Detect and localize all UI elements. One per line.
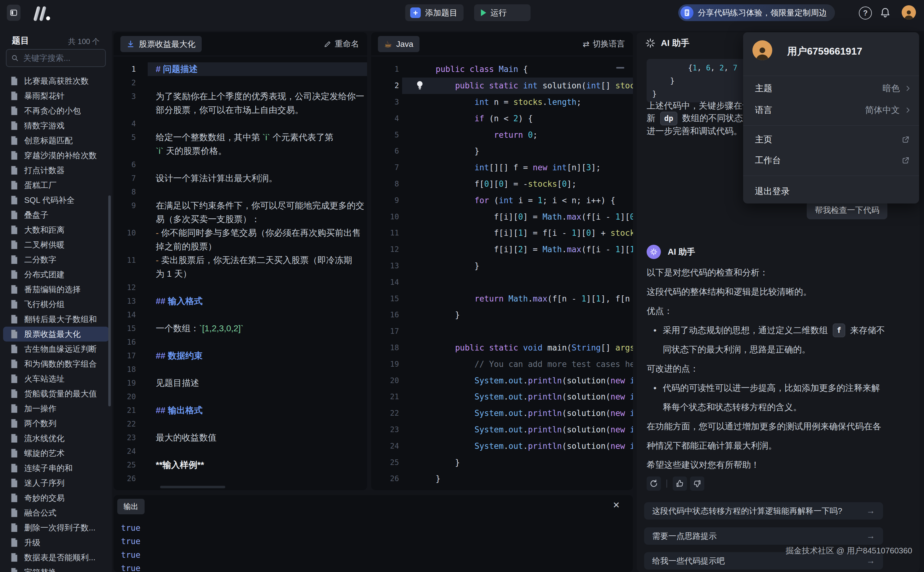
line-content: f[0][0] = -stocks[0]; [402,176,633,192]
suggestion-chip[interactable]: 这段代码中状态转移方程的计算逻辑能再解释一下吗?→ [644,502,883,519]
thumbs-down-button[interactable] [690,476,704,491]
problem-editor[interactable]: 1# 问题描述23为了奖励你在上个季度的优秀表现，公司决定发给你一部分股票，你可… [114,56,367,490]
thumbs-up-button[interactable] [673,476,687,491]
language-tab[interactable]: ☕ Java [378,36,420,52]
switch-language-label: 切换语言 [593,39,625,49]
sidebar-item[interactable]: 比赛最高获胜次数 [0,73,112,89]
search-box[interactable] [6,49,106,67]
sidebar-item[interactable]: 不再贪心的小包 [0,103,112,118]
line-content: // You can add more test cases here [402,356,633,372]
sidebar-item-label: 创意标题匹配 [24,135,73,146]
close-icon[interactable]: ✕ [613,500,620,510]
sidebar-item[interactable]: 数据表是否能顺利... [0,550,112,565]
sidebar-item[interactable]: 删除一次得到子数... [0,520,112,535]
line-content: for (int i = 1; i < n; i++) { [402,192,633,208]
sidebar-item[interactable]: 猜数字游戏 [0,118,112,133]
rename-button[interactable]: 重命名 [324,39,359,49]
user-avatar[interactable] [902,5,916,20]
sidebar-item[interactable]: 货船载货量的最大值 [0,386,112,401]
home-menu-item[interactable]: 主页 [743,130,919,149]
line-content: 为了奖励你在上个季度的优秀表现，公司决定发给你一 [148,90,367,103]
sidebar-item[interactable]: 股票收益最大化 [3,326,109,342]
sidebar-item[interactable]: 宝箱替换 [0,565,112,572]
line-content: f[i][2] = Math.max(f[i - 1][1], [402,241,633,258]
sidebar-item[interactable]: 两个数列 [0,416,112,431]
line-content: } [402,471,633,487]
lightbulb-icon[interactable] [415,80,425,92]
sidebar-item[interactable]: SQL 代码补全 [0,193,112,208]
sidebar-item[interactable]: 蛋糕工厂 [0,178,112,193]
text-token: ## [156,296,168,306]
line-content: 在满足以下约束条件下，你可以尽可能地完成更多的交 [148,199,367,213]
text-token [436,343,455,352]
sidebar-item[interactable]: 飞行棋分组 [0,297,112,312]
line-number: 12 [371,245,399,254]
sidebar-item[interactable]: 奇妙的交易 [0,490,112,505]
code-line: 24 System.out.println(solution(new int[ [371,438,633,454]
text-token: 1 [615,212,620,221]
problem-tab[interactable]: 股票收益最大化 [120,36,202,52]
sidebar-item[interactable]: 二分数字 [0,252,112,267]
sidebar-item[interactable]: 翻转后最大子数组和 [0,312,112,326]
sidebar-item[interactable]: 分布式团建 [0,267,112,282]
regenerate-button[interactable] [647,476,661,491]
line-number: 14 [114,311,136,319]
sidebar-item[interactable]: 大数和距离 [0,222,112,237]
sidebar-item[interactable]: 二叉树供暖 [0,237,112,252]
search-input[interactable] [23,53,101,63]
sidebar-item[interactable]: 暴雨梨花针 [0,89,112,103]
language-tab-label: Java [396,39,413,49]
sidebar-item-label: 暴雨梨花针 [24,90,65,101]
problem-line: 11- 卖出股票后，你无法在第二天买入股票（即冷冻期 [114,253,367,267]
text-token [625,441,630,451]
add-question-button[interactable]: + 添加题目 [405,4,464,21]
sidebar-item[interactable]: 迷人子序列 [0,476,112,490]
text-token: ; i [542,196,562,205]
code-line: 20 System.out.println(solution(new int[ [371,372,633,389]
sidebar-item[interactable]: 穿越沙漠的补给次数 [0,148,112,163]
theme-menu-item[interactable]: 主题 暗色 [743,79,919,98]
line-number: 1 [371,65,399,73]
problem-horizontal-scrollbar[interactable] [160,486,225,488]
sidebar-item[interactable]: 和为偶数的数字组合 [0,356,112,371]
problem-line: 19见题目描述 [114,376,367,390]
run-button[interactable]: 运行 [474,4,530,21]
code-line: 7 int[][] f = new int[n][3]; [371,159,633,176]
marscode-logo-icon[interactable] [32,6,52,21]
ai-message-line: 代码的可读性可以进一步提高，比如添加更多的注释来解 [647,378,910,398]
language-menu-item[interactable]: 语言 简体中文 [743,101,919,120]
notifications-button[interactable] [879,6,891,19]
text-token: 释每个状态和状态转移方程的含义。 [663,401,802,413]
line-number: 20 [371,376,399,385]
sidebar-item[interactable]: 融合公式 [0,505,112,520]
switch-language-button[interactable]: ⇄ 切换语言 [583,39,625,49]
workbench-menu-item[interactable]: 工作台 [743,151,919,170]
text-token: ( [562,425,567,434]
sidebar-item[interactable]: 古生物血缘远近判断 [0,342,112,356]
code-editor[interactable]: 1public class Main {2 public static int … [371,56,633,490]
sidebar-item[interactable]: 打点计数器 [0,163,112,178]
text-token: out [509,425,523,434]
sidebar-item[interactable]: 叠盘子 [0,208,112,222]
sidebar-item[interactable]: 升级 [0,535,112,550]
problem-line: 15一个数组：`[1,2,3,0,2]` [114,322,367,335]
sidebar-toggle-button[interactable] [7,5,20,21]
sidebar-item[interactable]: 流水线优化 [0,431,112,446]
text-token [518,343,523,352]
sidebar-item[interactable]: 火车站选址 [0,371,112,386]
text-token: } [652,90,656,98]
sidebar-item[interactable]: 连续子串的和 [0,461,112,476]
sidebar-item[interactable]: 创意标题匹配 [0,133,112,148]
logout-menu-item[interactable]: 退出登录 [743,182,919,201]
line-content: public class Main { [402,61,633,78]
sidebar-item[interactable]: 番茄编辑的选择 [0,282,112,297]
help-button[interactable]: ? [859,6,872,20]
suggestion-chip[interactable]: 需要一点思路提示→ [644,527,883,545]
promo-banner[interactable]: 分享代码练习体验，领限量定制周边 [678,4,835,21]
sidebar-scrollbar[interactable] [108,196,111,406]
output-tab[interactable]: 输出 [117,499,145,514]
sidebar-item[interactable]: 加一操作 [0,401,112,416]
text-token: (f[i - [582,245,616,254]
text-token: // You can add more test cases here [474,359,633,369]
sidebar-item[interactable]: 螺旋的艺术 [0,446,112,461]
